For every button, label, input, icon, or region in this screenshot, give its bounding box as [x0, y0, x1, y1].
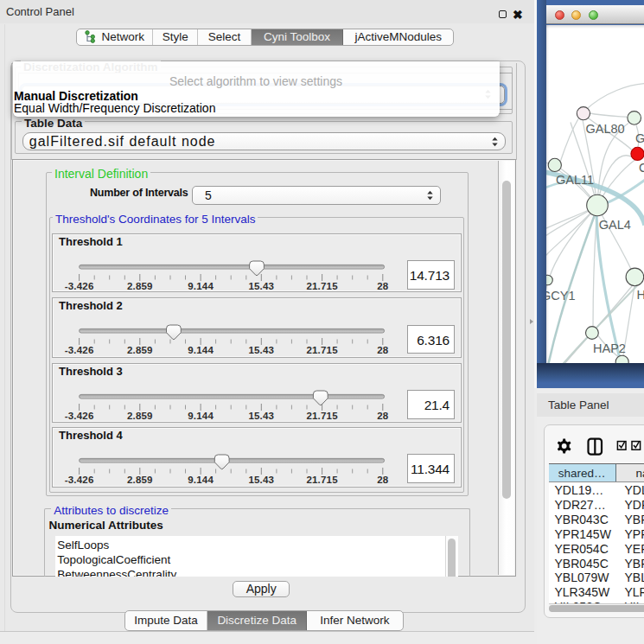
svg-text:15.43: 15.43: [248, 280, 274, 290]
svg-text:21.715: 21.715: [306, 280, 338, 290]
svg-text:15.43: 15.43: [248, 345, 274, 355]
svg-text:21.715: 21.715: [306, 474, 338, 484]
svg-text:9.144: 9.144: [188, 474, 214, 484]
svg-text:GAL11: GAL11: [556, 173, 594, 187]
svg-text:GAL4: GAL4: [599, 217, 631, 231]
svg-text:2.859: 2.859: [127, 410, 153, 420]
svg-text:GAL80: GAL80: [586, 122, 625, 136]
svg-text:-3.426: -3.426: [65, 280, 94, 290]
svg-text:-3.426: -3.426: [65, 410, 94, 420]
svg-text:C: C: [639, 160, 644, 174]
svg-text:15.43: 15.43: [248, 474, 274, 484]
svg-text:-3.426: -3.426: [65, 345, 94, 355]
svg-text:2.859: 2.859: [127, 345, 153, 355]
svg-text:21.715: 21.715: [306, 410, 338, 420]
svg-text:28: 28: [377, 410, 389, 420]
svg-text:HI: HI: [637, 288, 644, 302]
svg-text:15.43: 15.43: [248, 410, 274, 420]
svg-text:2.859: 2.859: [127, 280, 153, 290]
svg-text:28: 28: [377, 474, 389, 484]
svg-text:28: 28: [377, 345, 389, 355]
svg-text:28: 28: [377, 280, 389, 290]
svg-text:9.144: 9.144: [188, 280, 214, 290]
svg-text:GCY1: GCY1: [546, 289, 576, 303]
svg-text:9.144: 9.144: [188, 410, 214, 420]
svg-text:-3.426: -3.426: [65, 474, 94, 484]
svg-text:21.715: 21.715: [306, 345, 338, 355]
svg-text:GA: GA: [635, 131, 644, 145]
svg-text:2.859: 2.859: [127, 474, 153, 484]
svg-text:HAP2: HAP2: [593, 341, 626, 355]
svg-text:9.144: 9.144: [188, 345, 214, 355]
